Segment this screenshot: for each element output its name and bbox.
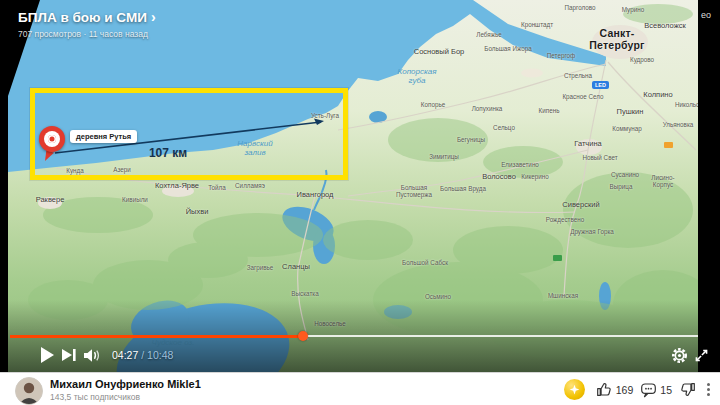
comments-button[interactable]: 15 xyxy=(640,381,672,398)
poi-led-badge: LED xyxy=(592,81,609,89)
comment-icon xyxy=(640,381,657,398)
current-time: 04:27 xyxy=(112,349,138,361)
player-controls: 04:27 / 10:48 xyxy=(10,342,712,368)
sparkle-icon xyxy=(568,383,581,396)
comment-count: 15 xyxy=(660,384,672,396)
screenshot-frame: ПарголовоМуриноСанкт-ПетербургВсеволожск… xyxy=(0,0,720,405)
progress-track[interactable] xyxy=(10,332,698,340)
thumbs-up-icon xyxy=(596,381,613,398)
fullscreen-button[interactable] xyxy=(690,344,712,366)
video-meta: 707 просмотров · 11 часов назад xyxy=(18,29,156,39)
channel-subscribers: 143,5 тыс подписчиков xyxy=(50,392,140,402)
dot xyxy=(707,393,710,396)
boost-button[interactable] xyxy=(564,379,585,400)
gear-icon xyxy=(670,346,689,365)
video-title: БПЛА в бою и СМИ xyxy=(18,10,147,25)
skip-next-icon xyxy=(61,348,77,362)
info-bar: Михаил Онуфриенко Mikle1 143,5 тыс подпи… xyxy=(0,372,720,405)
road-shield-green xyxy=(553,255,562,261)
engagement-actions: 169 15 xyxy=(564,373,714,405)
like-button[interactable]: 169 xyxy=(596,381,634,398)
dot xyxy=(707,388,710,391)
channel-name[interactable]: Михаил Онуфриенко Mikle1 xyxy=(50,378,201,390)
volume-button[interactable] xyxy=(80,344,102,366)
progress-playhead[interactable] xyxy=(298,331,308,341)
play-icon xyxy=(41,347,54,363)
avatar-image xyxy=(16,378,42,404)
dot xyxy=(707,383,710,386)
distance-label: 107 км xyxy=(149,146,187,160)
chevron-right-icon: › xyxy=(151,9,156,25)
pin-label: деревня Рутья xyxy=(70,130,137,143)
thumbs-down-icon xyxy=(679,381,696,398)
time-display: 04:27 / 10:48 xyxy=(112,349,173,361)
channel-avatar[interactable] xyxy=(15,377,43,405)
progress-played xyxy=(10,335,303,338)
play-button[interactable] xyxy=(36,344,58,366)
dislike-button[interactable] xyxy=(679,381,696,398)
cutoff-text: ео xyxy=(701,10,711,20)
video-player: ПарголовоМуриноСанкт-ПетербургВсеволожск… xyxy=(0,0,720,372)
next-button[interactable] xyxy=(58,344,80,366)
volume-icon xyxy=(83,348,100,363)
time-separator: / xyxy=(138,349,147,361)
more-options-button[interactable] xyxy=(703,383,714,396)
duration: 10:48 xyxy=(147,349,173,361)
fullscreen-icon xyxy=(693,347,710,364)
settings-button[interactable] xyxy=(668,344,690,366)
video-title-link[interactable]: БПЛА в бою и СМИ› 707 просмотров · 11 ча… xyxy=(18,8,156,39)
road-shield-orange xyxy=(664,142,673,148)
map-pin xyxy=(39,126,65,152)
like-count: 169 xyxy=(616,384,634,396)
